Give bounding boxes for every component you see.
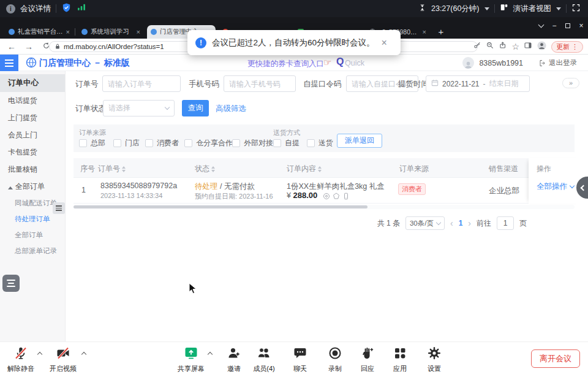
dispatch-return-button[interactable]: 派单退回 xyxy=(337,134,382,148)
key-icon[interactable] xyxy=(473,41,481,52)
checkbox-icon[interactable] xyxy=(307,139,315,147)
leave-meeting-button[interactable]: 离开会议 xyxy=(531,349,580,368)
sidebar-item-card-pickup[interactable]: 卡包提货 xyxy=(0,143,65,161)
checkbox-source-external[interactable]: 外部对接 xyxy=(232,138,273,148)
date-separator: - xyxy=(483,80,486,88)
pickup-time-label: 提货时间 xyxy=(398,79,429,90)
user-avatar[interactable] xyxy=(462,57,474,69)
username[interactable]: 8385wb1991 xyxy=(479,59,523,67)
window-close-button[interactable]: × xyxy=(575,20,588,32)
unmute-label: 解除静音 xyxy=(0,364,44,373)
checkbox-icon[interactable] xyxy=(145,139,153,147)
back-icon[interactable]: ← xyxy=(6,42,17,52)
checkbox-source-consumer[interactable]: 消费者 xyxy=(145,138,179,148)
seal-icon xyxy=(323,193,330,200)
col-content[interactable]: 订单内容 xyxy=(287,164,322,174)
overflow-menu-icon[interactable]: ⋮ xyxy=(571,43,578,51)
window-minimize-button[interactable]: − xyxy=(548,20,561,32)
tab-close-icon[interactable]: × xyxy=(137,28,140,36)
collapse-filters-button[interactable]: » xyxy=(562,78,579,88)
horizontal-scrollbar[interactable] xyxy=(74,205,575,209)
sidebar-item-door-pickup[interactable]: 上门提货 xyxy=(0,109,65,126)
sidebar-item-batch-verify[interactable]: 批量核销 xyxy=(0,161,65,178)
tab-close-icon[interactable]: × xyxy=(423,28,426,36)
quick-logo-q[interactable]: Q xyxy=(336,56,344,67)
phone-input[interactable] xyxy=(224,75,296,92)
date-range-picker[interactable]: 2022-11-21 - 结束日期 xyxy=(426,75,530,92)
window-maximize-button[interactable] xyxy=(561,20,575,32)
sidebar-item-all-orders-parent[interactable]: 全部订单 xyxy=(0,178,65,195)
profile-avatar-icon[interactable] xyxy=(537,40,547,53)
fullscreen-icon[interactable] xyxy=(571,3,581,15)
banner-close-icon[interactable]: × xyxy=(382,37,387,48)
network-signal-icon[interactable] xyxy=(77,2,86,15)
goto-page-input[interactable] xyxy=(497,216,514,230)
page-size-select[interactable]: 30条/页 xyxy=(405,216,445,230)
advanced-filter-link[interactable]: 高级筛选 xyxy=(216,104,246,114)
checkbox-icon[interactable] xyxy=(232,139,240,147)
chevron-down-icon xyxy=(570,183,575,188)
checkbox-icon[interactable] xyxy=(184,139,192,147)
next-page-icon[interactable]: › xyxy=(468,218,471,228)
timer-caret-icon[interactable] xyxy=(484,7,489,13)
page-unit-label: 页 xyxy=(519,218,527,229)
start-video-button[interactable]: 开启视频 xyxy=(40,346,86,373)
sidebar-item-member-visit[interactable]: 会员上门 xyxy=(0,126,65,143)
sort-icon[interactable] xyxy=(122,166,126,172)
urlbar-actions: ☆ 更新 ⋮ xyxy=(473,39,583,55)
sidebar-subitem-hq-dispatch-log[interactable]: 总部派单记录 xyxy=(0,243,65,259)
meeting-details-label[interactable]: 会议详情 xyxy=(20,4,51,14)
order-status-select[interactable]: 请选择 xyxy=(103,100,175,116)
window-menu-chevron-icon[interactable] xyxy=(534,20,548,32)
checkbox-icon[interactable] xyxy=(79,139,87,147)
checkbox-delivery-self-pickup[interactable]: 自提 xyxy=(273,138,300,148)
share-screen-button[interactable]: 共享屏幕 xyxy=(168,346,214,373)
new-tab-button[interactable]: + xyxy=(435,25,447,37)
checkbox-source-hq[interactable]: 总部 xyxy=(79,138,105,148)
current-page[interactable]: 1 xyxy=(459,219,463,227)
scrollbar-thumb[interactable] xyxy=(74,205,368,208)
unmute-button[interactable]: 解除静音 xyxy=(0,346,44,373)
checkbox-icon[interactable] xyxy=(273,139,281,147)
browser-tab-1[interactable]: 礼盒营销平台管理中心 × xyxy=(5,25,74,39)
sidebar-section-order-center[interactable]: 订单中心 xyxy=(0,74,65,92)
col-status[interactable]: 状态 xyxy=(195,164,215,174)
row-channel: 企业总部 xyxy=(489,186,519,196)
side-panel-icon[interactable] xyxy=(524,41,532,52)
meeting-info-icon[interactable]: i xyxy=(6,4,15,13)
quick-logo-text[interactable]: Quick xyxy=(345,59,364,67)
chrome-update-button[interactable]: 更新 ⋮ xyxy=(551,41,583,53)
checkbox-source-warehouse-share[interactable]: 仓分享合作 xyxy=(184,138,233,148)
sort-icon[interactable] xyxy=(211,166,215,172)
share-icon[interactable] xyxy=(499,41,507,52)
checkbox-delivery-deliver[interactable]: 送货 xyxy=(307,138,333,148)
sidebar-subitem-all-orders[interactable]: 全部订单 xyxy=(0,227,65,243)
checkbox-icon[interactable] xyxy=(113,139,121,147)
settings-button[interactable]: 设置 xyxy=(411,346,458,373)
sort-icon[interactable] xyxy=(318,166,322,172)
browser-tab-2[interactable]: 系统培训学习 × xyxy=(78,25,144,39)
forward-icon[interactable]: → xyxy=(23,42,34,52)
meeting-topbar: i 会议详情 23:27(60分钟) 演讲者视图 xyxy=(0,0,588,17)
delivery-method-label: 送货方式 xyxy=(273,128,300,137)
row-all-actions-link[interactable]: 全部操作 xyxy=(537,181,574,192)
main-content: 订单号 手机号码 自提口令码 提货时间 2022-11-21 - 结束日期 » xyxy=(66,71,588,342)
checkbox-source-store[interactable]: 门店 xyxy=(113,138,140,148)
promo-link[interactable]: 更快捷的券卡查询入口 xyxy=(247,59,324,69)
logout-button[interactable]: 退出登录 xyxy=(539,58,577,67)
col-order-no[interactable]: 订单号 xyxy=(98,164,126,174)
tab-close-icon[interactable]: × xyxy=(66,28,70,36)
search-button[interactable]: 查询 xyxy=(182,100,209,116)
sidebar-item-phone-pickup[interactable]: 电话提货 xyxy=(0,92,65,109)
prev-page-icon[interactable]: ‹ xyxy=(450,218,453,228)
sidebar-drag-handle[interactable] xyxy=(53,202,65,214)
order-no-input[interactable] xyxy=(102,75,181,92)
zoom-icon[interactable] xyxy=(486,41,494,52)
meeting-annotation-tool-button[interactable] xyxy=(2,275,20,292)
bookmark-star-icon[interactable]: ☆ xyxy=(511,42,519,52)
security-shield-icon[interactable] xyxy=(61,2,72,15)
view-caret-icon[interactable] xyxy=(556,7,561,13)
row-created-time: 2023-11-13 14:33:34 xyxy=(100,192,162,199)
sidebar-toggle-button[interactable] xyxy=(0,55,18,71)
view-mode-label[interactable]: 演讲者视图 xyxy=(513,4,552,14)
